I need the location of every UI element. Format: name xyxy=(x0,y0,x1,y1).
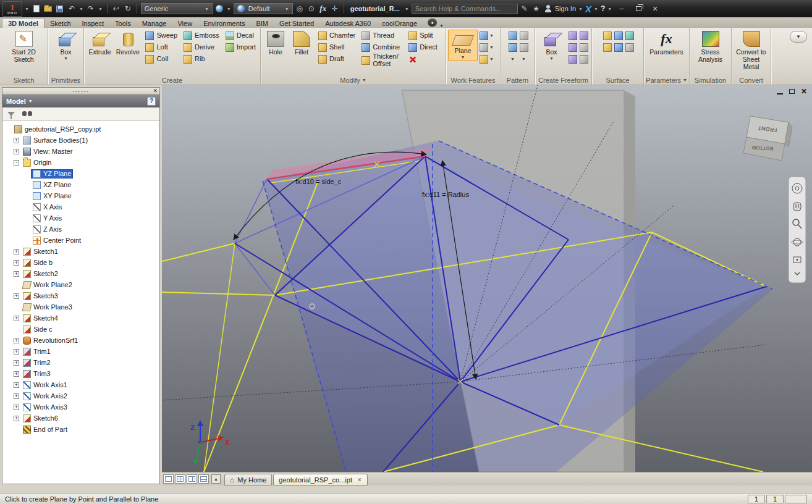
doc-title-arrow-icon[interactable]: ▼ xyxy=(404,7,410,11)
box-primitive-button[interactable]: Box ▼ xyxy=(51,30,81,62)
group-label-work-features[interactable]: Work Features xyxy=(446,75,500,85)
tree-expander[interactable] xyxy=(23,182,29,188)
freeform-face-icon[interactable] xyxy=(580,55,588,64)
ribbon-tab[interactable]: Manage xyxy=(137,19,172,28)
3d-viewport[interactable]: fx:d10 = side_c fx:d11 = Radius FRONT BO… xyxy=(162,85,812,472)
save-button[interactable] xyxy=(55,4,65,14)
search-input[interactable] xyxy=(412,4,518,14)
tree-expander[interactable]: + xyxy=(14,360,19,366)
ribbon-small-button[interactable]: Thicken/ Offset xyxy=(359,53,405,67)
tree-expander[interactable] xyxy=(23,193,29,199)
tree-expander[interactable] xyxy=(14,327,19,332)
hole-button[interactable]: Hole xyxy=(263,30,289,57)
ribbon-small-button[interactable]: Sweep xyxy=(143,30,180,41)
tree-item[interactable]: Y Axis xyxy=(2,212,159,224)
tree-item[interactable]: X Axis xyxy=(2,201,159,212)
appearance-arrow-icon[interactable]: ▼ xyxy=(226,7,232,11)
favorites-icon[interactable]: ★ xyxy=(531,4,541,14)
patch-icon[interactable] xyxy=(614,32,623,40)
tree-expander[interactable]: + xyxy=(14,249,19,254)
circular-pattern-icon[interactable] xyxy=(520,32,528,40)
group-label-convert[interactable]: Convert xyxy=(732,75,771,85)
tree-item[interactable]: XZ Plane xyxy=(2,179,159,190)
tab-document[interactable]: geotutorial_RSP_co...ipt ✕ xyxy=(273,474,367,485)
extrude-button[interactable]: Extrude xyxy=(86,30,114,57)
freeform-torus-icon[interactable] xyxy=(580,43,588,52)
layout-quad-icon[interactable] xyxy=(175,474,185,484)
tree-item[interactable]: + Sketch1 xyxy=(2,246,159,257)
sign-in-button[interactable]: Sign In xyxy=(555,5,576,12)
tree-item[interactable]: + Trim1 xyxy=(2,346,159,357)
ribbon-tab[interactable]: View xyxy=(172,19,198,28)
revolve-button[interactable]: Revolve xyxy=(114,30,142,57)
browser-help-icon[interactable]: ? xyxy=(147,97,156,106)
tree-item[interactable]: + Sketch3 xyxy=(2,290,159,301)
dropdown-arrow-icon[interactable]: ▼ xyxy=(489,45,494,49)
window-maximize-button[interactable] xyxy=(631,5,646,12)
tree-item[interactable]: + Surface Bodies(1) xyxy=(2,135,159,146)
ribbon-small-button[interactable]: Rib xyxy=(181,53,222,65)
browser-title-arrow-icon[interactable]: ▼ xyxy=(28,99,33,103)
group-label-freeform[interactable]: Create Freeform xyxy=(535,75,591,85)
tree-expander[interactable]: + xyxy=(14,338,19,343)
dropdown-arrow-icon[interactable]: ▼ xyxy=(489,33,494,38)
tree-item[interactable]: Side c xyxy=(2,324,159,335)
ribbon-small-button[interactable]: Shell xyxy=(316,41,358,53)
adjust-button[interactable]: ◎ xyxy=(295,4,305,14)
ribbon-tab[interactable]: Autodesk A360 xyxy=(319,19,376,28)
viewcube-bottom-label[interactable]: BOTTOM xyxy=(751,145,773,151)
parameters-button[interactable]: fx Parameters xyxy=(646,30,687,57)
help-arrow-icon[interactable]: ▼ xyxy=(607,7,612,11)
replace-face-icon[interactable] xyxy=(625,43,634,52)
layout-vertical-split-icon[interactable] xyxy=(187,474,197,484)
ribbon-small-button[interactable]: Split xyxy=(406,30,440,41)
tree-expander[interactable]: + xyxy=(14,349,19,355)
redo-dropdown-icon[interactable]: ▼ xyxy=(98,7,103,11)
tree-expander[interactable] xyxy=(23,238,29,243)
ucs-icon[interactable] xyxy=(480,55,488,64)
ribbon-small-button[interactable]: Direct xyxy=(406,41,440,53)
ribbon-tab[interactable]: Inspect xyxy=(77,19,109,28)
group-label-surface[interactable]: Surface xyxy=(592,75,643,85)
group-label-sketch[interactable]: Sketch xyxy=(0,75,48,85)
tree-item[interactable]: YZ Plane xyxy=(2,168,159,179)
sculpt-icon[interactable] xyxy=(625,32,634,40)
tree-expander[interactable]: + xyxy=(14,149,19,154)
doc-minimize-icon[interactable] xyxy=(777,93,783,94)
ribbon-tab[interactable]: Environments xyxy=(198,19,250,28)
ribbon-small-button[interactable]: Decal xyxy=(223,30,258,41)
doc-restore-icon[interactable] xyxy=(789,89,795,94)
tree-expander[interactable]: + xyxy=(14,416,19,421)
ribbon-tab[interactable]: Tools xyxy=(109,19,137,28)
ribbon-tab[interactable]: 3D Model xyxy=(2,18,44,28)
tree-expander[interactable]: + xyxy=(14,382,19,388)
tree-expander[interactable] xyxy=(23,171,29,177)
rectangular-pattern-icon[interactable] xyxy=(509,32,517,40)
ribbon-small-button[interactable]: Derive xyxy=(181,41,222,53)
tree-item[interactable]: + Sketch2 xyxy=(2,268,159,279)
ribbon-small-button[interactable]: Emboss xyxy=(181,30,222,41)
redo-button[interactable]: ↷ xyxy=(86,4,96,14)
doc-close-icon[interactable]: ✕ xyxy=(801,87,807,96)
tree-item[interactable]: XY Plane xyxy=(2,190,159,201)
tree-item[interactable]: + Trim3 xyxy=(2,368,159,379)
tree-expander[interactable] xyxy=(14,282,19,288)
group-label-primitives[interactable]: Primitives xyxy=(48,75,83,85)
tree-expander[interactable] xyxy=(23,204,29,210)
stress-analysis-button[interactable]: Stress Analysis xyxy=(693,30,729,64)
tree-expander[interactable]: + xyxy=(14,405,19,410)
panel-grip[interactable]: •••••• ✕ xyxy=(2,88,159,94)
dropdown-arrow-icon[interactable]: ▼ xyxy=(522,57,526,61)
x-arrow-icon[interactable]: ▼ xyxy=(593,7,599,11)
tree-item[interactable]: + Work Axis1 xyxy=(2,379,159,390)
ribbon-small-button[interactable]: Import xyxy=(223,41,258,53)
appearance-dropdown[interactable]: Default ▼ xyxy=(234,3,293,14)
tree-expander[interactable] xyxy=(5,127,11,132)
undo-dropdown-icon[interactable]: ▼ xyxy=(78,7,84,11)
ribbon-small-button[interactable] xyxy=(406,53,440,65)
new-document-button[interactable] xyxy=(32,4,41,14)
ribbon-small-button[interactable]: Chamfer xyxy=(316,30,358,41)
group-label-pattern[interactable]: Pattern xyxy=(501,75,535,85)
group-label-create[interactable]: Create xyxy=(84,75,260,85)
tree-item[interactable]: + Work Axis2 xyxy=(2,390,159,401)
